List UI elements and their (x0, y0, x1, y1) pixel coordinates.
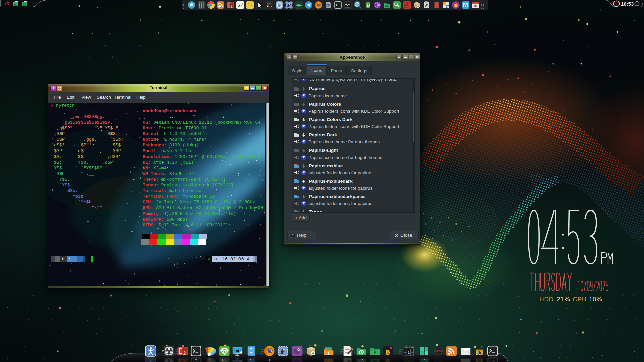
svg-text:CHEERUP: CHEERUP (434, 350, 442, 352)
svg-text:0: 0 (478, 358, 480, 362)
svg-text:2: 2 (183, 358, 186, 362)
svg-text:1: 1 (408, 350, 410, 354)
svg-text:1: 1 (408, 359, 410, 362)
svg-text:0: 0 (478, 351, 480, 355)
svg-text:2: 2 (183, 350, 186, 356)
svg-text:?: ? (292, 234, 294, 237)
